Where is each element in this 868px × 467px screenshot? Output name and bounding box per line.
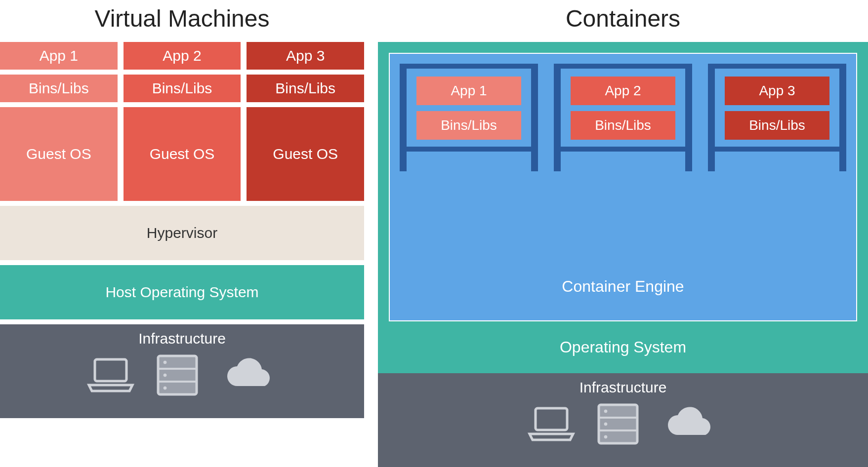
- c3-bins: Bins/Libs: [725, 111, 829, 140]
- vm-stack: App 1 Bins/Libs Guest OS App 2 Bins/Libs…: [0, 42, 364, 467]
- vm2-guest: Guest OS: [124, 107, 241, 201]
- c1-bins: Bins/Libs: [416, 111, 521, 140]
- vm1-app: App 1: [0, 42, 118, 70]
- host-os-layer: Host Operating System: [0, 265, 364, 319]
- container-engine-label: Container Engine: [400, 258, 846, 296]
- svg-point-4: [164, 361, 166, 364]
- svg-point-13: [604, 435, 607, 438]
- server-icon: [596, 402, 640, 446]
- vm-infra-label: Infrastructure: [138, 330, 226, 347]
- svg-point-5: [164, 374, 166, 377]
- vm-infrastructure-layer: Infrastructure: [0, 324, 364, 418]
- vm-column: Virtual Machines App 1 Bins/Libs Guest O…: [0, 0, 364, 467]
- vm2-app: App 2: [124, 42, 241, 70]
- vm-title: Virtual Machines: [0, 5, 364, 32]
- cloud-icon: [660, 404, 719, 444]
- c1-app: App 1: [416, 77, 521, 105]
- hypervisor-layer: Hypervisor: [0, 206, 364, 260]
- vm-apps-row: App 1 Bins/Libs Guest OS App 2 Bins/Libs…: [0, 42, 364, 201]
- containers-row: App 1 Bins/Libs App 2 Bins/Libs: [400, 64, 846, 152]
- vm3-bins: Bins/Libs: [247, 75, 364, 102]
- containers-title: Containers: [378, 5, 868, 32]
- c2-app: App 2: [571, 77, 675, 105]
- vm-infra-icons: [86, 353, 279, 397]
- containers-stack: App 1 Bins/Libs App 2 Bins/Libs: [378, 42, 868, 467]
- c3-app: App 3: [725, 77, 829, 105]
- container-3: App 3 Bins/Libs: [708, 64, 846, 152]
- vm-1: App 1 Bins/Libs Guest OS: [0, 42, 118, 201]
- containers-os-wrapper: App 1 Bins/Libs App 2 Bins/Libs: [378, 42, 868, 373]
- svg-rect-0: [95, 359, 126, 381]
- cloud-icon: [219, 355, 279, 395]
- laptop-icon: [527, 404, 576, 444]
- svg-point-6: [164, 387, 166, 389]
- container-infra-label: Infrastructure: [579, 379, 667, 396]
- laptop-icon: [86, 355, 135, 395]
- svg-point-12: [604, 423, 607, 426]
- svg-rect-7: [536, 408, 567, 430]
- container-2: App 2 Bins/Libs: [554, 64, 692, 152]
- vm-2: App 2 Bins/Libs Guest OS: [124, 42, 241, 201]
- container-engine: App 1 Bins/Libs App 2 Bins/Libs: [389, 53, 857, 321]
- container-1: App 1 Bins/Libs: [400, 64, 538, 152]
- c2-bins: Bins/Libs: [571, 111, 675, 140]
- container-infrastructure-layer: Infrastructure: [378, 373, 868, 467]
- vm3-app: App 3: [247, 42, 364, 70]
- svg-point-11: [604, 410, 607, 413]
- vm1-guest: Guest OS: [0, 107, 118, 201]
- vm3-guest: Guest OS: [247, 107, 364, 201]
- container-infra-icons: [527, 402, 719, 446]
- server-icon: [155, 353, 200, 397]
- vm2-bins: Bins/Libs: [124, 75, 241, 102]
- containers-column: Containers App 1 Bins/Libs: [378, 0, 868, 467]
- vm-3: App 3 Bins/Libs Guest OS: [247, 42, 364, 201]
- container-os-label: Operating System: [389, 321, 857, 373]
- vm1-bins: Bins/Libs: [0, 75, 118, 102]
